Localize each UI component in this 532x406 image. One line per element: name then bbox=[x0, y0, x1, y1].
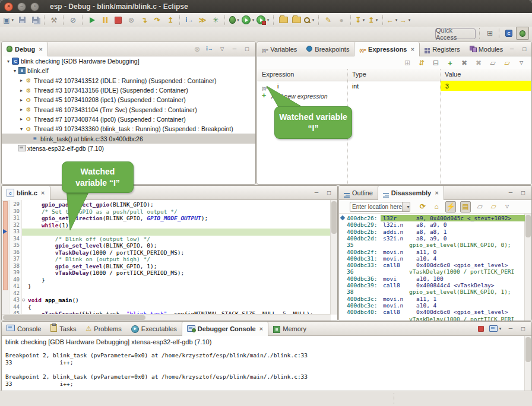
display-console-icon[interactable]: ▾ bbox=[489, 323, 502, 335]
close-tab-icon[interactable]: ✕ bbox=[41, 191, 45, 196]
maximize-icon[interactable]: □ bbox=[243, 43, 251, 55]
close-tab-icon[interactable]: ✕ bbox=[39, 47, 43, 52]
close-tab-icon[interactable]: ✕ bbox=[259, 326, 264, 332]
resume-icon[interactable] bbox=[86, 14, 98, 26]
console-text[interactable]: Breakpoint 2, blink_task (pvParameter=0x… bbox=[5, 352, 308, 388]
code-line[interactable]: /* Set the GPIO as a push/pull output */ bbox=[28, 208, 178, 215]
minimize-button[interactable]: – bbox=[17, 2, 26, 11]
instruction-pointer-icon[interactable] bbox=[3, 229, 7, 234]
debug-tree-row[interactable]: ≡blink_task() at blink.c:33 0x400dbc26 bbox=[2, 134, 255, 143]
debug-tree-row[interactable]: xtensa-esp32-elf-gdb (7.10) bbox=[2, 144, 255, 153]
view-menu-icon[interactable]: ▽ bbox=[517, 58, 526, 68]
open-new-view-icon[interactable]: ▱ bbox=[489, 202, 498, 212]
maximize-icon[interactable]: □ bbox=[519, 187, 527, 199]
mark-occurrences-icon[interactable]: ● bbox=[335, 14, 347, 26]
open-perspective-icon[interactable]: ⊞ bbox=[484, 27, 496, 39]
code-line[interactable]: /* Blink on (output high) */ bbox=[28, 256, 150, 263]
dropdown-caret-icon[interactable]: ▾ bbox=[236, 18, 240, 23]
quick-access-button[interactable]: Quick Access bbox=[435, 28, 476, 39]
step-into-icon[interactable]: ↴ bbox=[138, 14, 150, 26]
maximize-icon[interactable]: □ bbox=[520, 43, 528, 55]
debug-tree-row[interactable]: ▾blink.elf bbox=[2, 66, 255, 75]
run-icon[interactable]: ▾ bbox=[242, 14, 255, 26]
previous-annotation-icon[interactable]: ↥▾ bbox=[368, 14, 379, 26]
dropdown-caret-icon[interactable]: ▾ bbox=[407, 18, 411, 23]
skip-all-breakpoints-icon[interactable]: ⊘ bbox=[67, 14, 79, 26]
tab-debug[interactable]: Debug✕ bbox=[2, 42, 48, 56]
tab-expressions[interactable]: (x)=Expressions✕ bbox=[354, 42, 420, 56]
collapse-all-icon[interactable]: ⊟ bbox=[431, 58, 441, 68]
annotation-ruler[interactable] bbox=[2, 200, 10, 315]
tab-variables[interactable]: (x)=Variables bbox=[257, 42, 302, 56]
minimize-icon[interactable]: ─ bbox=[312, 187, 321, 199]
expression-row[interactable]: (x)=iint3 bbox=[257, 81, 531, 91]
tab-blink-c[interactable]: cblink.c✕ bbox=[2, 186, 50, 200]
home-icon[interactable]: ⌂ bbox=[432, 202, 441, 212]
dropdown-caret-icon[interactable]: ▾ bbox=[362, 18, 366, 23]
location-combo[interactable]: Enter location here ▼ bbox=[350, 202, 410, 212]
column-header-expression[interactable]: Expression bbox=[262, 71, 294, 78]
step-return-icon[interactable]: ↥ bbox=[164, 14, 176, 26]
dropdown-caret-icon[interactable]: ▾ bbox=[375, 18, 379, 23]
add-expression-icon[interactable]: + bbox=[261, 92, 267, 99]
save-all-icon[interactable] bbox=[29, 14, 41, 26]
code-line[interactable]: gpio_set_direction(BLINK_GPIO, GPIO_MODE… bbox=[28, 215, 208, 222]
show-source-icon[interactable]: ▤ bbox=[460, 201, 471, 212]
tree-expander-icon[interactable]: ▾ bbox=[12, 68, 18, 74]
dropdown-caret-icon[interactable]: ▾ bbox=[11, 18, 15, 23]
new-view-icon[interactable]: ▱ bbox=[475, 202, 484, 212]
debug-tree-row[interactable]: ▸⚙Thread #3 1073413156 (IDLE) (Suspended… bbox=[2, 85, 255, 95]
use-step-filters-icon[interactable]: ≫ bbox=[197, 14, 208, 26]
editor-horizontal-scrollbar[interactable] bbox=[2, 314, 331, 321]
code-line[interactable]: } bbox=[28, 277, 45, 284]
tab-tasks[interactable]: Tasks bbox=[46, 322, 81, 335]
build-icon[interactable]: ⚒ bbox=[48, 14, 60, 26]
code-line[interactable]: vTaskDelay(1000 / portTICK_PERIOD_MS); bbox=[28, 249, 184, 256]
save-icon[interactable] bbox=[16, 14, 28, 26]
debug-perspective-icon[interactable] bbox=[516, 27, 529, 40]
remove-expression-icon[interactable]: ✖ bbox=[460, 58, 469, 68]
debug-tree-row[interactable]: ▸⚙Thread #7 1073408744 (ipc0) (Suspended… bbox=[2, 115, 255, 124]
view-menu-icon[interactable]: ▽ bbox=[218, 43, 226, 55]
instruction-step-toggle-icon[interactable]: i→ bbox=[205, 43, 214, 55]
tree-expander-icon[interactable]: ▸ bbox=[18, 107, 24, 112]
add-expression-icon[interactable]: + bbox=[445, 58, 455, 68]
debug-tree-row[interactable]: ▾⚙Thread #9 1073433360 (blink_task : Run… bbox=[2, 124, 255, 134]
refresh-icon[interactable]: ⟳ bbox=[418, 202, 428, 212]
search-icon[interactable]: ▾ bbox=[303, 14, 315, 26]
code-line[interactable]: gpio_set_level(BLINK_GPIO, 0); bbox=[28, 242, 157, 249]
debug-icon[interactable]: ▾ bbox=[229, 14, 240, 26]
code-line[interactable]: vTaskDelay(1000 / portTICK_PERIOD_MS); bbox=[28, 269, 184, 277]
debug-tree-row[interactable]: ▾Cblink checking [GDB Hardware Debugging… bbox=[2, 56, 255, 66]
tab-disassembly[interactable]: Disassembly✕ bbox=[378, 186, 444, 200]
scrollbar-thumb[interactable] bbox=[525, 215, 531, 237]
add-expression-row[interactable]: +Add new expression bbox=[257, 91, 531, 101]
code-line[interactable]: /* Blink off (output low) */ bbox=[28, 236, 150, 243]
sync-context-icon[interactable]: ⚡ bbox=[445, 201, 456, 212]
tab-registers[interactable]: Registers bbox=[420, 42, 464, 56]
minimize-icon[interactable]: ─ bbox=[508, 43, 516, 55]
minimize-icon[interactable]: ─ bbox=[230, 43, 239, 55]
fold-collapse-icon[interactable]: ⊖ bbox=[22, 297, 25, 303]
disconnect-icon[interactable]: ⊗ bbox=[125, 14, 137, 26]
tree-expander-icon[interactable]: ▸ bbox=[18, 116, 24, 122]
tab-outline[interactable]: Outline bbox=[339, 186, 378, 199]
maximize-icon[interactable]: □ bbox=[325, 187, 333, 199]
debug-tree-row[interactable]: ▸⚙Thread #6 1073431104 (Tmr Svc) (Suspen… bbox=[2, 104, 255, 114]
dropdown-caret-icon[interactable]: ▾ bbox=[266, 18, 270, 23]
terminate-icon[interactable] bbox=[112, 14, 124, 26]
tab-console[interactable]: Console bbox=[2, 322, 46, 335]
code-line[interactable]: gpio_set_level(BLINK_GPIO, 1); bbox=[28, 263, 157, 270]
close-button[interactable]: ✕ bbox=[4, 2, 13, 11]
tree-expander-icon[interactable]: ▸ bbox=[18, 88, 24, 93]
maximize-icon[interactable]: □ bbox=[519, 323, 527, 335]
remove-all-expressions-icon[interactable]: ✖ bbox=[474, 58, 483, 68]
code-line[interactable]: gpio_pad_select_gpio(BLINK_GPIO); bbox=[28, 201, 154, 208]
tab-executables[interactable]: Executables bbox=[126, 322, 182, 335]
code-text-area[interactable]: gpio_pad_select_gpio(BLINK_GPIO); /* Set… bbox=[21, 200, 330, 315]
column-header-value[interactable]: Value bbox=[445, 71, 461, 78]
step-over-icon[interactable]: ↷ bbox=[151, 14, 163, 26]
code-line[interactable]: } bbox=[28, 283, 31, 290]
tree-expander-icon[interactable]: ▸ bbox=[18, 97, 24, 103]
terminate-console-icon[interactable] bbox=[477, 323, 485, 335]
